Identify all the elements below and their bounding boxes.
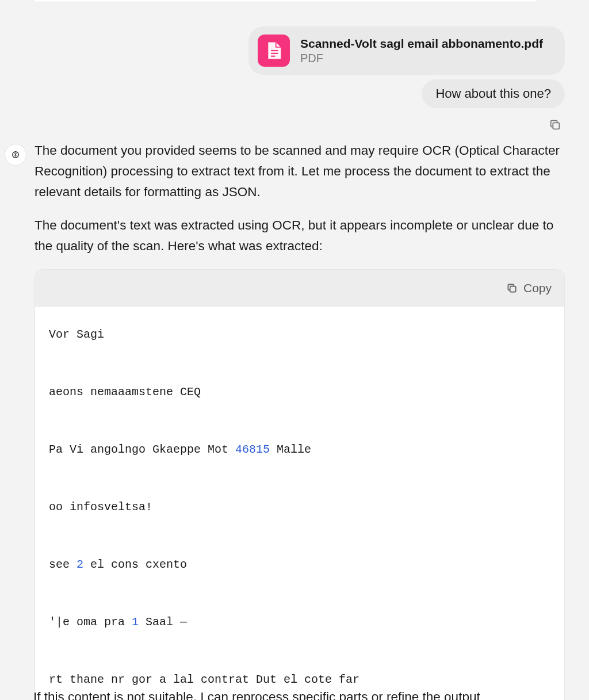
svg-rect-5: [510, 286, 516, 292]
code-block: Copy Vor Sagi aeons nemaaamstene CEQ Pa …: [35, 269, 565, 700]
user-message-bubble: How about this one?: [422, 79, 565, 108]
user-message-text: How about this one?: [435, 86, 551, 101]
code-content[interactable]: Vor Sagi aeons nemaaamstene CEQ Pa Vi an…: [35, 307, 564, 700]
file-type: PDF: [300, 52, 543, 65]
assistant-body: The document you provided seems to be sc…: [35, 140, 565, 700]
svg-rect-3: [553, 123, 559, 129]
file-meta: Scanned-Volt sagl email abbonamento.pdf …: [300, 37, 543, 65]
copy-icon: [506, 282, 518, 294]
copy-code-button[interactable]: Copy: [506, 281, 552, 295]
assistant-paragraph-3-cutoff: If this content is not suitable, I can r…: [33, 690, 543, 700]
prev-message-edge: [33, 0, 537, 2]
file-name: Scanned-Volt sagl email abbonamento.pdf: [300, 37, 543, 51]
code-header: Copy: [35, 270, 564, 307]
file-attachment[interactable]: Scanned-Volt sagl email abbonamento.pdf …: [248, 26, 565, 75]
copy-message-button[interactable]: [549, 118, 561, 133]
assistant-avatar: [5, 144, 26, 166]
assistant-paragraph-2: The document's text was extracted using …: [35, 215, 565, 257]
file-icon: [258, 35, 290, 67]
assistant-paragraph-1: The document you provided seems to be sc…: [35, 140, 565, 202]
copy-code-label: Copy: [523, 281, 552, 295]
user-column: Scanned-Volt sagl email abbonamento.pdf …: [248, 26, 565, 133]
assistant-row: The document you provided seems to be sc…: [5, 140, 565, 700]
